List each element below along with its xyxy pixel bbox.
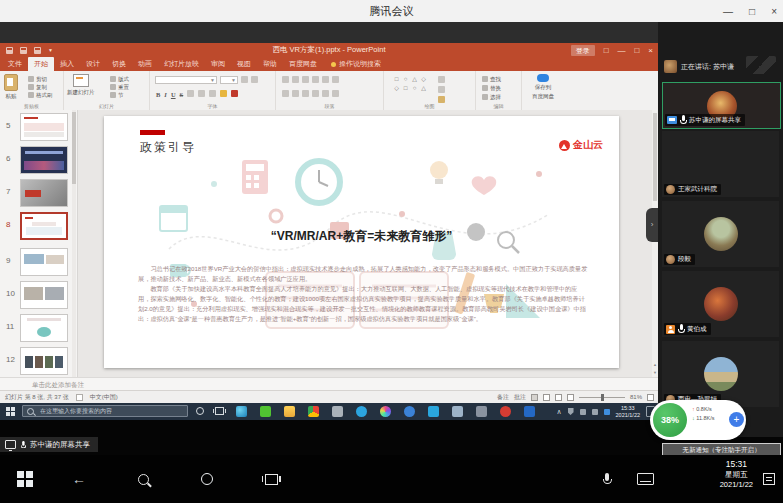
ppt-close-icon[interactable]: ×	[648, 46, 653, 55]
tray-clock[interactable]: 15:33 2021/1/22	[616, 405, 640, 418]
ribbon-options-icon[interactable]: □	[604, 46, 609, 55]
italic-button[interactable]: I	[164, 91, 167, 98]
fit-to-window-icon[interactable]	[647, 394, 654, 401]
participant-tile[interactable]: 段毅	[662, 201, 779, 267]
edge-icon[interactable]	[236, 406, 247, 417]
tab-design[interactable]: 设计	[80, 57, 106, 71]
back-button[interactable]: ←	[62, 455, 96, 503]
panel-collapse-handle[interactable]: ›	[646, 208, 658, 242]
notes-toggle[interactable]: 备注	[497, 393, 509, 402]
dingtalk-icon[interactable]	[428, 406, 439, 417]
telegram-icon[interactable]	[356, 406, 367, 417]
thumbnail-row[interactable]: 6	[0, 145, 78, 176]
layout-button[interactable]: 版式	[110, 75, 129, 83]
slide-thumbnail[interactable]	[20, 281, 68, 309]
tab-file[interactable]: 文件	[2, 57, 28, 71]
justify-icon[interactable]	[312, 90, 319, 97]
host-clock[interactable]: 15:31 星期五 2021/1/22	[720, 459, 753, 490]
touch-keyboard-button[interactable]	[628, 455, 662, 503]
participant-tile[interactable]: 苏中谦的屏幕共享	[662, 82, 781, 129]
display-icon[interactable]	[580, 409, 586, 415]
tab-review[interactable]: 审阅	[205, 57, 231, 71]
cut-button[interactable]: 剪切	[28, 75, 53, 83]
copy-button[interactable]: 复制	[28, 83, 53, 91]
host-task-view-button[interactable]	[254, 455, 288, 503]
thumbnail-row[interactable]: 10	[0, 280, 78, 311]
performance-widget[interactable]: 38% ↑ 0.8K/s ↓ 11.8K/s +	[650, 400, 746, 440]
tell-me-search[interactable]: 操作说明搜索	[331, 57, 381, 71]
participant-tile[interactable]: 王家武计科院	[662, 131, 779, 197]
thumbnail-scrollbar[interactable]	[72, 110, 76, 377]
underline-button[interactable]: U	[171, 91, 176, 98]
align-left-icon[interactable]	[282, 90, 289, 97]
bold-button[interactable]: B	[156, 91, 160, 98]
wechat-icon[interactable]	[260, 406, 271, 417]
minimize-icon[interactable]: —	[723, 6, 733, 17]
font-name-box[interactable]: ▼	[155, 76, 217, 84]
thumbnail-row[interactable]: 11	[0, 313, 78, 344]
thumbnail-row[interactable]: 8	[0, 211, 78, 242]
font-size-box[interactable]: ▼	[220, 76, 238, 84]
find-button[interactable]: 查找	[482, 75, 501, 83]
signin-button[interactable]: 登录	[571, 45, 595, 56]
task-view-button[interactable]	[215, 407, 224, 415]
slide-thumbnail-selected[interactable]	[20, 212, 68, 240]
strikethrough-button[interactable]: S	[180, 91, 184, 98]
host-start-button[interactable]	[8, 455, 42, 503]
slide-thumbnail[interactable]	[20, 146, 68, 174]
smartart-convert-icon[interactable]	[332, 90, 339, 97]
shapes-gallery[interactable]: □ ○ △ ◇ ◇ □ ○ △	[392, 75, 428, 93]
align-right-icon[interactable]	[302, 90, 309, 97]
volume-icon[interactable]	[592, 409, 598, 415]
taskbar-search-box[interactable]	[22, 405, 188, 417]
word-icon[interactable]	[452, 406, 463, 417]
save-to-baidu-button[interactable]: 保存到 百度网盘	[532, 74, 554, 100]
tab-insert[interactable]: 插入	[54, 57, 80, 71]
normal-view-icon[interactable]	[531, 394, 538, 401]
resource-monitor-icon[interactable]	[332, 406, 343, 417]
cortana-button[interactable]	[196, 407, 204, 415]
tab-home[interactable]: 开始	[28, 57, 54, 71]
slide-thumbnail[interactable]	[20, 314, 68, 342]
file-explorer-icon[interactable]	[284, 406, 295, 417]
spellcheck-icon[interactable]	[76, 394, 83, 401]
host-search-button[interactable]	[126, 455, 160, 503]
zoom-percentage[interactable]: 81%	[630, 394, 642, 400]
shrink-font-icon[interactable]	[251, 76, 258, 83]
highlight-color-icon[interactable]	[220, 90, 227, 97]
ppt-minimize-icon[interactable]: —	[617, 46, 625, 55]
slide-thumbnail[interactable]	[20, 113, 68, 141]
widget-expand-button[interactable]: +	[729, 412, 744, 427]
zoom-slider[interactable]	[579, 397, 625, 398]
slideshow-view-icon[interactable]	[567, 394, 574, 401]
tab-view[interactable]: 视图	[231, 57, 257, 71]
tab-transitions[interactable]: 切换	[106, 57, 132, 71]
tab-slideshow[interactable]: 幻灯片放映	[158, 57, 205, 71]
search-input[interactable]	[38, 407, 182, 415]
reading-view-icon[interactable]	[555, 394, 562, 401]
language-indicator[interactable]: 中文(中国)	[90, 393, 118, 402]
slide-thumbnail[interactable]	[20, 248, 68, 276]
format-painter-button[interactable]: 格式刷	[28, 91, 53, 99]
notes-pane[interactable]: 单击此处添加备注	[0, 377, 658, 390]
tray-chevron-icon[interactable]: ∧	[556, 408, 561, 416]
select-button[interactable]: 选择	[482, 93, 501, 101]
decrease-indent-icon[interactable]	[302, 76, 309, 83]
thumbnail-row[interactable]: 12	[0, 346, 78, 377]
slide-thumbnail[interactable]	[20, 347, 68, 375]
host-cortana-button[interactable]	[190, 455, 224, 503]
line-spacing-icon[interactable]	[322, 76, 329, 83]
replace-button[interactable]: 替换	[482, 84, 501, 92]
thumbnail-row[interactable]: 7	[0, 178, 78, 209]
section-button[interactable]: 节	[110, 91, 129, 99]
participant-tile[interactable]: 西电—孙翠娟	[662, 341, 779, 407]
host-mic-button[interactable]	[590, 455, 624, 503]
slide-thumbnail[interactable]	[20, 179, 68, 207]
zoom-slider-handle[interactable]	[601, 394, 604, 401]
photos-icon[interactable]	[380, 406, 391, 417]
numbering-icon[interactable]	[292, 76, 299, 83]
align-center-icon[interactable]	[292, 90, 299, 97]
columns-icon[interactable]	[322, 90, 329, 97]
host-action-center-button[interactable]	[755, 455, 783, 503]
grow-font-icon[interactable]	[241, 76, 248, 83]
